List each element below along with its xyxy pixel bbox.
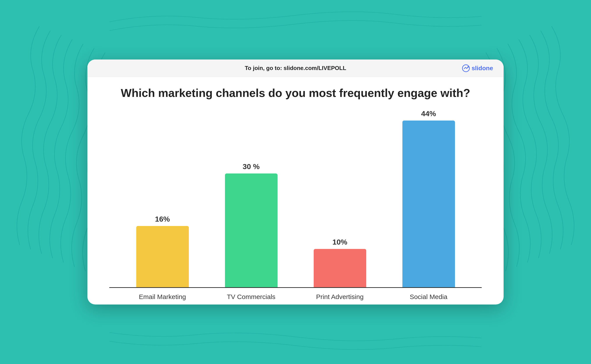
bar-pct-print: 10% [332, 238, 347, 246]
bar-tv [225, 174, 277, 287]
svg-point-0 [463, 65, 470, 72]
bar-social [403, 121, 455, 287]
join-prefix: To join, go to: [245, 65, 283, 71]
main-content: Which marketing channels do you most fre… [87, 77, 504, 305]
join-url: slidone.com/LIVEPOLL [284, 65, 346, 71]
bar-label-social: Social Media [398, 293, 459, 300]
chart-area: 16% 30 % 10% 44% [109, 109, 482, 300]
bar-group-tv: 30 % [221, 162, 282, 287]
bar-email [136, 226, 189, 287]
slidone-logo-icon [462, 64, 470, 72]
logo-text: slidone [472, 65, 493, 72]
svg-point-1 [467, 66, 469, 68]
bar-label-email: Email Marketing [132, 293, 193, 300]
bar-label-tv: TV Commercials [221, 293, 282, 300]
question-title: Which marketing channels do you most fre… [109, 86, 482, 101]
bar-pct-tv: 30 % [243, 162, 260, 171]
main-card: To join, go to: slidone.com/LIVEPOLL sli… [87, 59, 504, 305]
top-bar: To join, go to: slidone.com/LIVEPOLL sli… [87, 59, 504, 77]
bar-group-print: 10% [309, 238, 371, 287]
bar-pct-social: 44% [421, 109, 436, 118]
bar-pct-email: 16% [155, 215, 170, 223]
bar-print [314, 249, 366, 287]
bar-group-email: 16% [132, 215, 193, 287]
bar-group-social: 44% [398, 109, 459, 287]
slidone-logo: slidone [462, 64, 493, 72]
labels-row: Email Marketing TV Commercials Print Adv… [109, 288, 482, 300]
bar-label-print: Print Advertising [309, 293, 371, 300]
bars-container: 16% 30 % 10% 44% [109, 109, 482, 288]
join-url-text: To join, go to: slidone.com/LIVEPOLL [245, 65, 346, 72]
